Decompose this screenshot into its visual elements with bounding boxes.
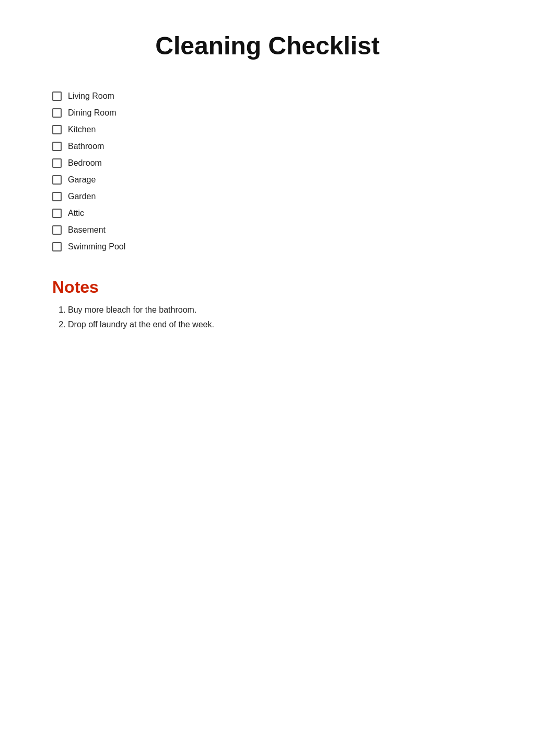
- checklist-section: Living RoomDining RoomKitchenBathroomBed…: [52, 91, 493, 251]
- notes-title: Notes: [52, 278, 493, 297]
- checkbox-icon[interactable]: [52, 192, 62, 201]
- checklist-item[interactable]: Attic: [52, 209, 493, 218]
- checklist-item-label: Kitchen: [68, 125, 96, 134]
- checkbox-icon[interactable]: [52, 108, 62, 118]
- checkbox-icon[interactable]: [52, 158, 62, 168]
- checklist-item[interactable]: Basement: [52, 225, 493, 235]
- note-item: Buy more bleach for the bathroom.: [68, 305, 493, 315]
- checklist-item-label: Basement: [68, 225, 106, 235]
- checklist-item[interactable]: Kitchen: [52, 125, 493, 134]
- checkbox-icon[interactable]: [52, 209, 62, 218]
- checklist-item-label: Bedroom: [68, 158, 102, 168]
- checklist-item[interactable]: Swimming Pool: [52, 242, 493, 251]
- checklist-item-label: Bathroom: [68, 142, 104, 151]
- checklist-item-label: Living Room: [68, 91, 114, 101]
- checkbox-icon[interactable]: [52, 125, 62, 134]
- checklist-item-label: Dining Room: [68, 108, 116, 118]
- checklist-item[interactable]: Living Room: [52, 91, 493, 101]
- checkbox-icon[interactable]: [52, 242, 62, 251]
- checkbox-icon[interactable]: [52, 142, 62, 151]
- checklist-item[interactable]: Garden: [52, 192, 493, 201]
- checkbox-icon[interactable]: [52, 91, 62, 101]
- checklist-item[interactable]: Bedroom: [52, 158, 493, 168]
- checklist-item-label: Attic: [68, 209, 84, 218]
- notes-section: Notes Buy more bleach for the bathroom.D…: [52, 278, 493, 329]
- checklist-item-label: Swimming Pool: [68, 242, 125, 251]
- checkbox-icon[interactable]: [52, 175, 62, 185]
- page-title: Cleaning Checklist: [42, 31, 493, 60]
- checklist-item[interactable]: Garage: [52, 175, 493, 185]
- checklist-item[interactable]: Bathroom: [52, 142, 493, 151]
- checklist-item-label: Garden: [68, 192, 96, 201]
- notes-list: Buy more bleach for the bathroom.Drop of…: [52, 305, 493, 329]
- checkbox-icon[interactable]: [52, 225, 62, 235]
- checklist-item-label: Garage: [68, 175, 96, 185]
- checklist-item[interactable]: Dining Room: [52, 108, 493, 118]
- note-item: Drop off laundry at the end of the week.: [68, 320, 493, 329]
